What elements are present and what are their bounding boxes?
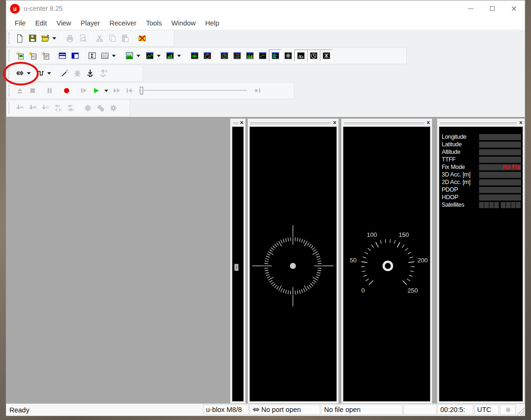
menu-edit[interactable]: Edit — [30, 17, 51, 29]
data-label: TTFF — [440, 156, 479, 163]
toolbar-separator — [53, 50, 54, 61]
map-view-button[interactable] — [123, 50, 136, 62]
baudrate-dropdown-icon[interactable] — [47, 72, 51, 75]
open-file-button[interactable] — [39, 32, 51, 44]
upload-messages-icon: 9 — [99, 69, 107, 77]
chart-view-icon — [146, 51, 154, 60]
toolbar-gripper[interactable] — [9, 102, 11, 114]
panel-close-icon[interactable]: × — [426, 120, 430, 126]
close-communication-button[interactable] — [136, 32, 148, 44]
statistic-view-button[interactable]: Σ — [86, 50, 98, 62]
panel-gripper-icon[interactable] — [440, 122, 517, 124]
new-text-console-button[interactable] — [39, 50, 51, 62]
gear-mesh-icon — [96, 104, 105, 112]
satellite-cell — [489, 202, 494, 208]
record-button[interactable] — [60, 84, 73, 97]
new-file-button[interactable] — [13, 32, 26, 44]
toolbar-separator — [79, 102, 79, 114]
hotstart-icon: H — [16, 104, 24, 112]
debug-button — [71, 67, 84, 79]
panel-title-bar[interactable]: × — [342, 119, 432, 126]
download-messages-button[interactable] — [84, 67, 96, 79]
data-row: Longitude — [440, 133, 522, 141]
docked-data-view-button[interactable] — [269, 50, 282, 62]
map-view-dropdown-icon[interactable] — [137, 55, 140, 57]
resize-grip[interactable] — [517, 404, 524, 415]
toolbar-gripper[interactable] — [9, 85, 11, 96]
autobaud-button[interactable] — [58, 67, 71, 79]
step-forward-icon — [79, 86, 88, 95]
panel-close-icon[interactable]: × — [519, 120, 523, 126]
histogram-view-dropdown-icon[interactable] — [177, 55, 181, 57]
panel-title-bar[interactable]: × — [248, 119, 338, 126]
menu-receiver[interactable]: Receiver — [105, 17, 141, 29]
chart-view-dropdown-icon[interactable] — [157, 55, 161, 57]
port-connection-dropdown-icon[interactable] — [27, 72, 31, 75]
player-progress-slider[interactable] — [139, 86, 247, 95]
panel-close-icon[interactable]: × — [240, 120, 244, 126]
close-communication-icon — [138, 34, 146, 42]
docked-compass-button[interactable] — [282, 50, 294, 62]
panel-title-bar[interactable]: × — [231, 119, 245, 126]
panel-gripper-icon[interactable] — [233, 122, 239, 124]
svg-text:200: 200 — [417, 257, 428, 264]
play-button[interactable] — [90, 84, 103, 97]
toolbar-gripper[interactable] — [9, 50, 11, 61]
maximize-button[interactable] — [481, 0, 503, 17]
satellite-position-button[interactable] — [256, 50, 269, 62]
baudrate-button[interactable] — [34, 67, 46, 79]
satellite-cell — [479, 202, 484, 208]
sky-view-button[interactable] — [201, 50, 214, 62]
panel-knob[interactable] — [234, 264, 239, 271]
chart-view-button[interactable] — [143, 50, 156, 62]
table-view-dropdown-icon[interactable] — [112, 55, 116, 57]
port-connection-button[interactable] — [13, 67, 26, 79]
earth-view-button[interactable] — [188, 50, 201, 62]
toolbar-gripper[interactable] — [9, 33, 11, 44]
toolbar-separator — [61, 33, 61, 44]
new-camera-view-button[interactable] — [13, 50, 26, 62]
menu-player[interactable]: Player — [76, 17, 105, 29]
open-file-dropdown-icon[interactable] — [52, 37, 56, 40]
save-file-button[interactable] — [26, 32, 39, 44]
new-binary-console-button[interactable]: 01 — [26, 50, 39, 62]
message-view-button[interactable] — [231, 50, 243, 62]
deviation-map-button[interactable] — [218, 50, 231, 62]
docked-panel-data: × LongitudeLatitudeAltitudeTTFFFix ModeN… — [437, 118, 525, 403]
table-view-button[interactable] — [98, 50, 111, 62]
slider-track — [139, 90, 247, 91]
svg-text:100: 100 — [367, 231, 377, 238]
debug-icon — [73, 69, 82, 77]
panel-close-icon[interactable]: × — [333, 120, 337, 126]
menu-tools[interactable]: Tools — [141, 17, 167, 29]
signal-graph-button[interactable] — [243, 50, 256, 62]
toolbar-receiver-actions: HWCM+M+ — [6, 100, 130, 117]
panel-gripper-icon[interactable] — [250, 122, 331, 124]
docked-altimeter-button[interactable] — [320, 50, 333, 62]
menu-window[interactable]: Window — [167, 17, 201, 29]
statistic-view-icon: Σ — [88, 51, 96, 60]
port-status-text: No port open — [261, 406, 301, 413]
fast-forward-button — [110, 84, 123, 97]
menu-help[interactable]: Help — [200, 17, 224, 29]
table-view-icon — [101, 51, 109, 60]
close-button[interactable]: ✕ — [503, 0, 525, 17]
minimize-button[interactable] — [460, 0, 481, 17]
data-value — [479, 149, 521, 155]
panel-gripper-icon[interactable] — [344, 122, 424, 124]
toolbar-gripper[interactable] — [9, 67, 11, 79]
data-row: Fix ModeNo Fix — [440, 163, 522, 171]
menu-file[interactable]: File — [10, 17, 30, 29]
docked-speedometer-button[interactable] — [294, 50, 307, 62]
dock-layout-horizontal-button[interactable] — [56, 50, 69, 62]
panel-title-bar[interactable]: × — [437, 119, 524, 126]
dock-layout-vertical-button[interactable] — [69, 50, 81, 62]
data-value — [479, 157, 521, 163]
toolbar-separator — [120, 50, 121, 61]
menu-view[interactable]: View — [51, 17, 76, 29]
play-options-button[interactable] — [103, 84, 110, 97]
histogram-view-button[interactable] — [163, 50, 176, 62]
docked-clock-button[interactable] — [307, 50, 320, 62]
status-settings[interactable] — [500, 404, 516, 415]
slider-handle[interactable] — [140, 87, 143, 94]
